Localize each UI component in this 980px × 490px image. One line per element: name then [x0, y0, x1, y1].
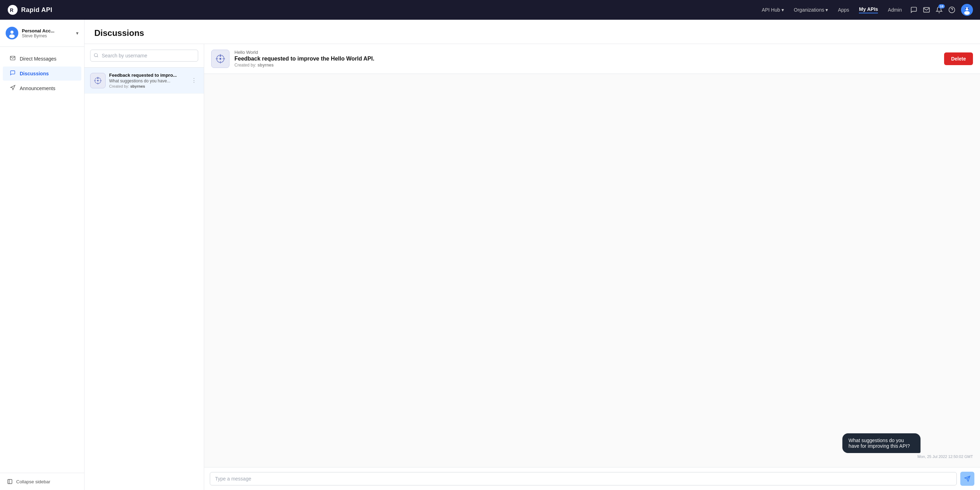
delete-button[interactable]: Delete [944, 52, 973, 65]
collapse-sidebar-button[interactable]: Collapse sidebar [7, 479, 77, 484]
thread-menu-button[interactable]: ⋮ [190, 76, 198, 85]
chevron-down-icon: ▾ [781, 7, 784, 13]
thread-item[interactable]: Feedback requested to impro... What sugg… [84, 68, 204, 94]
sidebar-account[interactable]: Personal Acc... Steve Byrnes ▾ [0, 20, 84, 47]
notification-badge: 18 [939, 4, 945, 8]
user-avatar[interactable] [961, 4, 973, 16]
help-icon-button[interactable] [948, 6, 955, 13]
svg-point-11 [9, 35, 15, 38]
top-navigation: R Rapid API API Hub ▾ Organizations ▾ Ap… [0, 0, 980, 20]
rapid-api-logo-icon: R [7, 4, 18, 16]
sidebar-account-name: Personal Acc... [22, 28, 73, 33]
chat-icon-button[interactable] [910, 6, 917, 13]
sidebar-account-avatar [6, 27, 18, 40]
thread-title: Feedback requested to impro... [109, 73, 186, 78]
notification-icon-button[interactable]: 18 [935, 6, 943, 13]
nav-icons: 18 [910, 4, 973, 16]
nav-link-organizations[interactable]: Organizations ▾ [794, 7, 828, 13]
search-container [84, 44, 204, 68]
nav-links: API Hub ▾ Organizations ▾ Apps My APIs A… [762, 6, 902, 13]
nav-link-admin[interactable]: Admin [888, 7, 902, 13]
thread-avatar [90, 73, 106, 88]
nav-link-apps[interactable]: Apps [838, 7, 849, 13]
svg-point-10 [11, 30, 14, 34]
discussions-header: Discussions [84, 20, 980, 44]
logo-text: Rapid API [21, 6, 52, 14]
sidebar-account-username: Steve Byrnes [22, 33, 73, 38]
sidebar-item-label: Discussions [20, 71, 49, 76]
sidebar-item-discussions[interactable]: Discussions [3, 67, 81, 81]
sidebar-item-label: Announcements [20, 86, 55, 91]
nav-link-api-hub[interactable]: API Hub ▾ [762, 7, 784, 13]
message-api-name: Hello World [234, 49, 939, 55]
sidebar-item-direct-messages[interactable]: Direct Messages [3, 52, 81, 66]
sidebar-item-announcements[interactable]: Announcements [3, 81, 81, 95]
svg-point-7 [965, 8, 967, 10]
main-layout: Personal Acc... Steve Byrnes ▾ Direct Me… [0, 20, 980, 490]
svg-point-6 [964, 11, 970, 15]
message-timestamp: Mon, 25 Jul 2022 12:50:02 GMT [842, 455, 973, 459]
page-title: Discussions [94, 28, 970, 38]
svg-point-18 [97, 80, 99, 81]
message-input[interactable] [210, 472, 957, 485]
discussions-body: Feedback requested to impro... What sugg… [84, 44, 980, 490]
sidebar-nav: Direct Messages Discussions Announcement… [0, 47, 84, 473]
chevron-down-icon: ▾ [826, 7, 828, 13]
message-body: What suggestions do you have for improvi… [204, 74, 980, 467]
svg-rect-12 [8, 479, 12, 484]
sidebar: Personal Acc... Steve Byrnes ▾ Direct Me… [0, 20, 84, 490]
mail-icon [10, 55, 16, 62]
mail-icon-button[interactable] [923, 6, 930, 13]
svg-text:R: R [10, 7, 13, 13]
svg-line-15 [97, 56, 98, 57]
svg-point-14 [94, 53, 97, 56]
logo-area[interactable]: R Rapid API [7, 4, 52, 16]
message-header-avatar [211, 49, 229, 68]
svg-point-8 [968, 8, 969, 10]
message-panel: Hello World Feedback requested to improv… [204, 44, 980, 490]
chat-bubble-icon [10, 70, 16, 77]
search-icon [94, 53, 99, 59]
thread-list: Feedback requested to impro... What sugg… [84, 68, 204, 94]
megaphone-icon [10, 85, 16, 92]
sidebar-bottom: Collapse sidebar [0, 473, 84, 490]
message-bubble: What suggestions do you have for improvi… [842, 433, 921, 453]
sidebar-chevron-icon: ▾ [76, 30, 78, 36]
send-button[interactable] [960, 472, 974, 486]
message-header: Hello World Feedback requested to improv… [204, 44, 980, 74]
message-bubble-container: What suggestions do you have for improvi… [211, 433, 973, 459]
sidebar-item-label: Direct Messages [20, 56, 56, 62]
message-header-title: Feedback requested to improve the Hello … [234, 56, 939, 62]
nav-link-my-apis[interactable]: My APIs [859, 6, 878, 13]
message-header-creator: Created by: sbyrnes [234, 63, 939, 68]
collapse-sidebar-label: Collapse sidebar [16, 479, 50, 484]
message-input-area [204, 467, 980, 490]
thread-creator: Created by: sbyrnes [109, 84, 186, 88]
content-area: Discussions [84, 20, 980, 490]
thread-list-panel: Feedback requested to impro... What sugg… [84, 44, 204, 490]
svg-point-26 [219, 58, 221, 59]
search-input[interactable] [90, 49, 198, 62]
thread-preview: What suggestions do you have... [109, 78, 186, 83]
